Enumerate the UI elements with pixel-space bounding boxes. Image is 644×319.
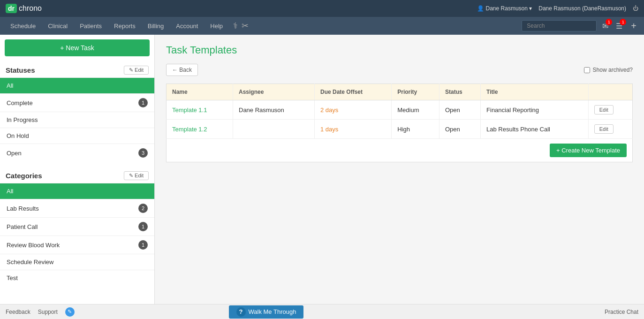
row2-due-date: 1 days [314, 120, 391, 139]
search-input[interactable] [522, 20, 597, 31]
new-task-button[interactable]: + New Task [5, 39, 150, 56]
status-all[interactable]: All [0, 77, 154, 93]
row2-assignee [233, 120, 315, 139]
back-button[interactable]: ← Back [166, 64, 198, 76]
category-test-label: Test [7, 274, 18, 281]
nav-clinical[interactable]: Clinical [42, 20, 73, 32]
col-status: Status [439, 84, 480, 100]
template-1-1-link[interactable]: Template 1.1 [172, 106, 207, 114]
walk-me-button[interactable]: ? Walk Me Through [229, 305, 304, 319]
nav-icons: ⚕ ✂ [233, 21, 249, 31]
user-dropdown[interactable]: 👤 Dane Rasmuson ▾ [477, 5, 532, 12]
status-in-progress[interactable]: In Progress [0, 112, 154, 128]
row2-due-date-link[interactable]: 1 days [320, 126, 338, 133]
power-icon[interactable]: ⏻ [633, 5, 638, 12]
status-complete[interactable]: Complete 1 [0, 93, 154, 112]
logo-icon: dr [6, 4, 17, 13]
row2-title: Lab Results Phone Call [481, 120, 589, 139]
status-all-label: All [7, 82, 13, 89]
support-link[interactable]: Support [38, 309, 58, 315]
feedback-link[interactable]: Feedback [6, 309, 30, 315]
col-actions [588, 84, 632, 100]
list-badge: 1 [620, 19, 626, 25]
walk-me-label: Walk Me Through [249, 308, 296, 315]
row2-priority: High [392, 120, 439, 139]
category-lab-results-count: 2 [138, 204, 148, 213]
user-icon: 👤 [477, 5, 484, 12]
nav-schedule[interactable]: Schedule [5, 20, 41, 32]
sidebar: + New Task Statuses ✎ Edit All Complete … [0, 35, 155, 319]
template-1-2-link[interactable]: Template 1.2 [172, 126, 207, 133]
show-archived-checkbox[interactable] [584, 67, 590, 73]
category-schedule-review[interactable]: Schedule Review [0, 254, 154, 270]
statuses-title: Statuses [6, 66, 35, 74]
user-full-name: Dane Rasmuson (DaneRasmuson) [538, 5, 626, 12]
caduceus-icon: ⚕ [233, 21, 238, 31]
mail-button[interactable]: ✉ 1 [600, 21, 610, 31]
category-schedule-review-label: Schedule Review [7, 258, 53, 266]
page-title: Task Templates [166, 44, 633, 56]
table-header-row: Name Assignee Due Date Offset Priority S… [167, 84, 633, 100]
main-content: Task Templates ← Back Show archived? Nam… [155, 35, 644, 319]
template-table: Name Assignee Due Date Offset Priority S… [166, 84, 633, 162]
category-all[interactable]: All [0, 183, 154, 199]
logo[interactable]: dr chrono [6, 4, 42, 13]
create-template-button[interactable]: + Create New Template [550, 144, 627, 157]
row2-name: Template 1.2 [167, 120, 233, 139]
row2-status: Open [439, 120, 480, 139]
category-review-blood-work[interactable]: Review Blood Work 1 [0, 235, 154, 254]
row1-due-date-link[interactable]: 2 days [320, 106, 338, 114]
toolbar: ← Back Show archived? [166, 64, 633, 76]
category-lab-results[interactable]: Lab Results 2 [0, 199, 154, 217]
bottom-bar: Feedback Support ✎ ? Walk Me Through Pra… [0, 304, 644, 319]
status-complete-label: Complete [7, 99, 33, 106]
top-bar: dr chrono 👤 Dane Rasmuson ▾ Dane Rasmuso… [0, 0, 644, 17]
category-all-label: All [7, 188, 13, 195]
status-open-count: 3 [138, 148, 148, 158]
category-test[interactable]: Test [0, 270, 154, 286]
top-user-area: 👤 Dane Rasmuson ▾ Dane Rasmuson (DaneRas… [477, 5, 638, 12]
add-button[interactable]: + [628, 20, 639, 32]
row1-edit-button[interactable]: Edit [594, 105, 614, 114]
categories-edit-button[interactable]: ✎ Edit [124, 171, 149, 180]
status-in-progress-label: In Progress [7, 116, 38, 123]
nav-billing[interactable]: Billing [142, 20, 170, 32]
show-archived-label: Show archived? [593, 67, 633, 73]
row1-title: Financial Reporting [481, 100, 589, 120]
nav-account[interactable]: Account [170, 20, 204, 32]
main-layout: + New Task Statuses ✎ Edit All Complete … [0, 35, 644, 319]
nav-bar: Schedule Clinical Patients Reports Billi… [0, 17, 644, 35]
category-lab-results-label: Lab Results [7, 205, 39, 212]
category-review-blood-work-label: Review Blood Work [7, 242, 60, 249]
bottom-edit-icon[interactable]: ✎ [65, 307, 75, 317]
logo-text: chrono [19, 4, 42, 13]
categories-section-header: Categories ✎ Edit [0, 167, 154, 183]
status-complete-count: 1 [138, 98, 148, 107]
status-open[interactable]: Open 3 [0, 144, 154, 162]
col-due-date: Due Date Offset [314, 84, 391, 100]
table-row: Template 1.2 1 days High Open Lab Result… [167, 120, 633, 139]
list-button[interactable]: ☰ 1 [614, 21, 624, 31]
col-name: Name [167, 84, 233, 100]
row1-assignee: Dane Rasmuson [233, 100, 315, 120]
practice-chat-link[interactable]: Practice Chat [605, 309, 638, 315]
category-patient-call-label: Patient Call [7, 223, 38, 230]
statuses-section-header: Statuses ✎ Edit [0, 61, 154, 77]
category-patient-call-count: 1 [138, 222, 148, 231]
status-on-hold-label: On Hold [7, 132, 29, 139]
nav-patients[interactable]: Patients [74, 20, 107, 32]
row1-due-date: 2 days [314, 100, 391, 120]
nav-reports[interactable]: Reports [108, 20, 141, 32]
category-review-blood-work-count: 1 [138, 240, 148, 250]
statuses-edit-button[interactable]: ✎ Edit [124, 66, 149, 75]
col-assignee: Assignee [233, 84, 315, 100]
mail-badge: 1 [606, 19, 612, 25]
nav-help[interactable]: Help [205, 20, 228, 32]
status-open-label: Open [7, 150, 22, 157]
table-row: Template 1.1 Dane Rasmuson 2 days Medium… [167, 100, 633, 120]
status-on-hold[interactable]: On Hold [0, 128, 154, 144]
row2-edit-button[interactable]: Edit [594, 124, 614, 134]
row1-priority: Medium [392, 100, 439, 120]
col-priority: Priority [392, 84, 439, 100]
category-patient-call[interactable]: Patient Call 1 [0, 217, 154, 235]
